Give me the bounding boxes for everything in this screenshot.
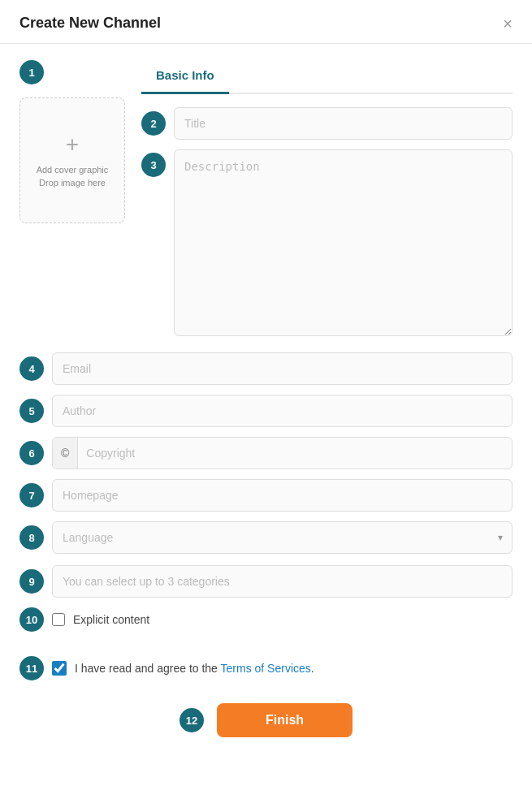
terms-row: 11 I have read and agree to the Terms of… — [19, 656, 513, 680]
homepage-row: 7 — [19, 479, 513, 512]
cover-text-line1: Add cover graphic — [37, 164, 109, 176]
step-2-circle: 2 — [141, 111, 166, 136]
top-section: 1 + Add cover graphic Drop image here Ba… — [19, 60, 513, 346]
modal-header: Create New Channel × — [0, 0, 532, 44]
explicit-content-row: 10 Explicit content — [19, 607, 513, 632]
copyright-input-wrap: © — [52, 437, 513, 469]
language-select[interactable]: Language — [52, 521, 513, 554]
copyright-row: 6 © — [19, 437, 513, 469]
terms-checkbox[interactable] — [52, 661, 67, 676]
modal-container: Create New Channel × 1 + Add cover graph… — [0, 0, 532, 812]
title-input[interactable] — [174, 107, 513, 140]
step-4-circle: 4 — [19, 356, 44, 381]
terms-text: I have read and agree to the Terms of Se… — [75, 662, 314, 675]
modal-body: 1 + Add cover graphic Drop image here Ba… — [0, 44, 532, 754]
explicit-checkbox[interactable] — [52, 613, 65, 626]
step-3-circle: 3 — [141, 153, 166, 177]
description-row: 3 — [141, 149, 513, 336]
close-button[interactable]: × — [503, 15, 513, 32]
step-10-circle: 10 — [19, 607, 44, 632]
step-1-circle: 1 — [19, 60, 44, 84]
plus-icon: + — [66, 132, 79, 158]
categories-input[interactable] — [52, 565, 513, 598]
cover-graphic-dropzone[interactable]: + Add cover graphic Drop image here — [19, 97, 125, 223]
language-row: 8 Language ▾ — [19, 521, 513, 554]
email-row: 4 — [19, 352, 513, 385]
step-8-circle: 8 — [19, 525, 44, 550]
step-6-circle: 6 — [19, 441, 44, 465]
cover-text-line2: Drop image here — [39, 177, 106, 189]
finish-button[interactable]: Finish — [217, 703, 353, 737]
copyright-symbol: © — [53, 438, 78, 469]
categories-row: 9 — [19, 565, 513, 598]
description-input[interactable] — [174, 149, 513, 336]
title-row: 2 — [141, 107, 513, 140]
step-9-circle: 9 — [19, 569, 44, 594]
tab-basic-info[interactable]: Basic Info — [141, 60, 229, 94]
author-input[interactable] — [52, 395, 513, 427]
copyright-input[interactable] — [78, 438, 512, 469]
step-7-circle: 7 — [19, 483, 44, 508]
step-12-circle: 12 — [179, 708, 204, 732]
terms-suffix: . — [311, 662, 314, 675]
modal-title: Create New Channel — [19, 15, 161, 32]
email-input[interactable] — [52, 352, 513, 385]
step-5-circle: 5 — [19, 399, 44, 423]
terms-link[interactable]: Terms of Services — [221, 662, 311, 675]
tabs-bar: Basic Info — [141, 60, 513, 94]
language-select-wrap: Language ▾ — [52, 521, 513, 554]
tabs-area: Basic Info 2 3 — [141, 60, 513, 346]
homepage-input[interactable] — [52, 479, 513, 512]
explicit-label[interactable]: Explicit content — [73, 613, 149, 626]
author-row: 5 — [19, 395, 513, 427]
step-11-circle: 11 — [19, 656, 44, 680]
finish-row: 12 Finish — [19, 703, 513, 737]
terms-prefix: I have read and agree to the — [75, 662, 221, 675]
